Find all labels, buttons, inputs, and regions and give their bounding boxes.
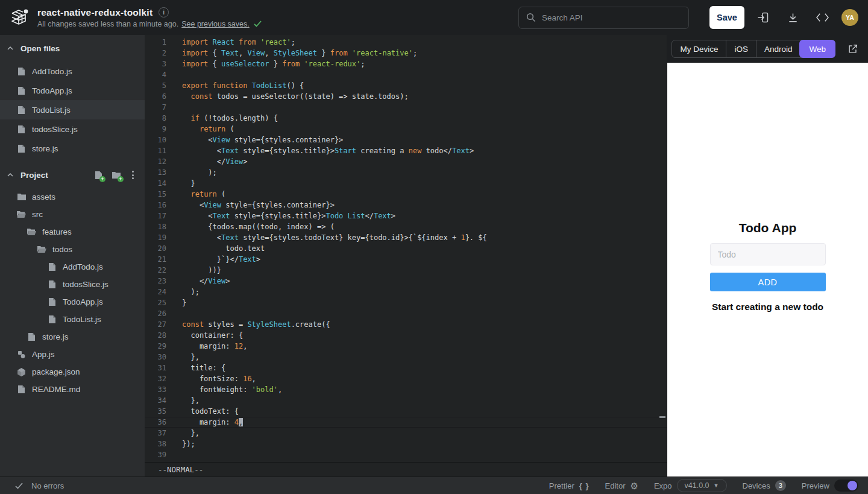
cube-icon [17,368,26,376]
tree-item-todoapp-js[interactable]: TodoApp.js [0,293,145,311]
tree-item-store-js[interactable]: store.js [0,328,145,346]
file-icon [48,280,57,288]
open-in-new-window-button[interactable] [848,43,858,54]
file-icon [17,87,26,95]
code-line-16[interactable]: 16 <View style={styles.container}> [145,200,667,211]
project-menu-button[interactable] [128,169,137,180]
open-file-todoapp-js[interactable]: TodoApp.js [0,81,145,100]
device-tab-android[interactable]: Android [756,40,800,57]
info-icon[interactable]: i [159,7,169,17]
tree-item-addtodo-js[interactable]: AddTodo.js [0,258,145,276]
tree-item-package-json[interactable]: package.json [0,363,145,381]
folder-open-icon [17,211,26,218]
app-title: Todo App [739,221,797,235]
tree-item-todosslice-js[interactable]: todosSlice.js [0,276,145,293]
code-line-13[interactable]: 13 ); [145,167,667,178]
code-line-8[interactable]: 8 if (!todos.length) { [145,113,667,124]
device-tab-my-device[interactable]: My Device [672,40,726,57]
run-on-device-button[interactable] [752,7,774,28]
code-area[interactable]: 1import React from 'react'; 2import { Te… [145,35,667,462]
code-editor[interactable]: 1import React from 'react'; 2import { Te… [145,35,667,477]
app-preview: Todo App ADD Start creating a new todo [667,63,868,477]
todo-input[interactable] [710,243,826,265]
folder-open-icon [37,246,46,253]
project-section-header[interactable]: Project + + [0,165,145,185]
previous-saves-link[interactable]: See previous saves. [181,20,250,28]
add-todo-button[interactable]: ADD [710,273,826,291]
code-line-12[interactable]: 12 </View> [145,156,667,167]
code-line-32[interactable]: 32 fontSize: 16, [145,373,667,384]
sdk-version-dropdown[interactable]: v41.0.0 ▼ [677,479,727,492]
code-line-15[interactable]: 15 return ( [145,189,667,200]
code-line-37[interactable]: 37 }, [145,428,667,439]
code-line-25[interactable]: 25} [145,297,667,308]
code-line-28[interactable]: 28 container: { [145,330,667,341]
code-line-21[interactable]: 21 }`}</Text> [145,254,667,265]
code-line-23[interactable]: 23 </View> [145,276,667,287]
code-line-18[interactable]: 18 {todos.map((todo, index) => ( [145,221,667,232]
code-line-10[interactable]: 10 <View style={styles.container}> [145,135,667,145]
device-tab-web[interactable]: Web [799,40,835,58]
expo-version: Expo v41.0.0 ▼ [654,479,727,492]
code-line-26[interactable]: 26 [145,308,667,319]
open-file-todolist-js[interactable]: TodoList.js [0,100,145,119]
external-link-icon [848,43,858,54]
code-line-3[interactable]: 3import { useSelector } from 'react-redu… [145,59,667,69]
code-line-11[interactable]: 11 <Text style={styles.title}>Start crea… [145,145,667,156]
code-line-20[interactable]: 20 todo.text [145,243,667,254]
tree-item-app-js[interactable]: App.js [0,346,145,363]
tree-item-features[interactable]: features [0,223,145,241]
code-line-35[interactable]: 35 todoText: { [145,406,667,417]
sidebar: Open files AddTodo.js TodoApp.js TodoLis… [0,35,145,477]
open-files-section-header[interactable]: Open files [0,39,145,58]
embed-code-button[interactable] [811,7,833,28]
device-tab-ios[interactable]: iOS [726,40,756,57]
open-file-addtodo-js[interactable]: AddTodo.js [0,62,145,81]
open-file-todosslice-js[interactable]: todosSlice.js [0,119,145,139]
code-line-24[interactable]: 24 ); [145,287,667,297]
devices-button[interactable]: Devices 3 [743,480,786,491]
file-icon [17,385,26,393]
search-input[interactable] [542,13,681,22]
code-line-31[interactable]: 31 title: { [145,363,667,373]
cursor-overview-mark [659,416,665,418]
editor-settings-button[interactable]: Editor ⚙ [605,481,638,490]
new-file-button[interactable]: + [92,169,104,180]
code-line-19[interactable]: 19 <Text style={styles.todoText} key={to… [145,232,667,243]
tree-item-todos[interactable]: todos [0,241,145,258]
tree-item-readme-md[interactable]: README.md [0,381,145,398]
preview-toggle[interactable] [834,480,858,492]
project-label: Project [20,171,48,180]
code-line-22[interactable]: 22 ))} [145,265,667,276]
save-button[interactable]: Save [709,6,744,29]
download-button[interactable] [782,7,804,28]
code-line-27[interactable]: 27const styles = StyleSheet.create({ [145,319,667,330]
chevron-up-icon [7,46,13,50]
code-line-4[interactable]: 4 [145,69,667,80]
code-line-2[interactable]: 2import { Text, View, StyleSheet } from … [145,48,667,59]
code-line-6[interactable]: 6 const todos = useSelector((state) => s… [145,91,667,102]
code-line-5[interactable]: 5export function TodoList() { [145,80,667,91]
snack-logo[interactable] [7,8,31,27]
code-line-9[interactable]: 9 return ( [145,124,667,135]
tree-item-src[interactable]: src [0,206,145,223]
code-line-39[interactable]: 39 [145,449,667,460]
open-file-store-js[interactable]: store.js [0,139,145,158]
code-line-7[interactable]: 7 [145,102,667,113]
tree-item-todolist-js[interactable]: TodoList.js [0,311,145,328]
code-line-34[interactable]: 34 }, [145,395,667,406]
code-line-36[interactable]: 36 margin: 4, [145,417,667,428]
code-line-29[interactable]: 29 margin: 12, [145,341,667,352]
code-line-30[interactable]: 30 }, [145,352,667,363]
expo-label: Expo [654,481,672,490]
code-line-38[interactable]: 38}); [145,439,667,449]
code-line-1[interactable]: 1import React from 'react'; [145,37,667,48]
avatar[interactable]: YA [841,9,858,26]
new-folder-button[interactable]: + [110,169,122,180]
code-line-33[interactable]: 33 fontWeight: 'bold', [145,384,667,395]
code-line-14[interactable]: 14 } [145,178,667,189]
prettier-button[interactable]: Prettier { } [549,481,590,490]
code-line-17[interactable]: 17 <Text style={styles.title}>Todo List<… [145,211,667,221]
tree-item-assets[interactable]: assets [0,188,145,206]
file-icon [17,68,26,75]
